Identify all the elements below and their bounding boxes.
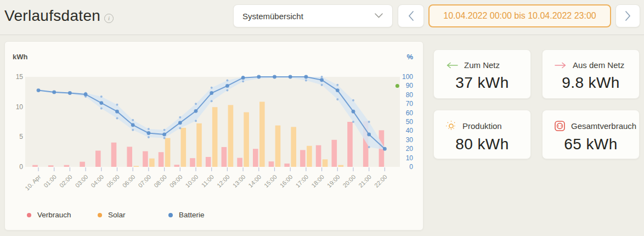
history-chart[interactable]: kWh%051015010203040506070809010010. Apr0… [5,42,424,206]
svg-text:60: 60 [406,109,414,117]
view-selector-dropdown[interactable]: Systemübersicht [233,4,393,27]
svg-text:10:00: 10:00 [184,173,199,189]
svg-text:05:00: 05:00 [105,173,121,189]
svg-text:20: 20 [406,145,414,153]
date-range-label: 10.04.2022 00:00 bis 10.04.2022 23:00 [443,11,596,21]
verbrauch-dot-icon [27,213,31,217]
legend-item-solar[interactable]: Solar [98,211,168,219]
svg-text:0: 0 [409,163,413,171]
solar-dot-icon [98,213,102,217]
card-value: 65 kWh [543,136,639,153]
svg-text:14:00: 14:00 [247,173,262,189]
svg-text:20:00: 20:00 [341,173,357,189]
chevron-left-icon [408,10,415,21]
svg-text:06:00: 06:00 [121,173,137,189]
svg-text:70: 70 [406,100,414,108]
card-label: Produktion [462,121,502,131]
svg-text:08:00: 08:00 [152,173,168,189]
card-value: 80 kWh [434,136,530,153]
card-gesamtverbrauch[interactable]: Gesamtverbrauch 65 kWh [542,110,640,159]
page-title: Verlaufsdaten [4,7,100,25]
svg-text:80: 80 [406,91,414,99]
svg-text:10. Apr: 10. Apr [24,173,42,192]
svg-text:16:00: 16:00 [279,173,294,189]
svg-text:kWh: kWh [13,53,28,61]
svg-text:30: 30 [406,136,414,144]
date-range-button[interactable]: 10.04.2022 00:00 bis 10.04.2022 23:00 [428,4,611,27]
svg-text:5: 5 [19,133,23,141]
svg-text:%: % [406,53,413,61]
view-selector-value: Systemübersicht [242,12,303,21]
svg-text:18:00: 18:00 [310,173,325,189]
chart-legend: Verbrauch Solar Batterie [27,211,239,219]
legend-label: Solar [108,211,126,219]
svg-text:13:00: 13:00 [231,173,247,189]
stat-cards: Zum Netz 37 kWh Aus dem Netz 9.8 kWh Pro… [433,49,640,159]
svg-text:12:00: 12:00 [216,173,231,189]
batterie-dot-icon [168,213,173,217]
svg-text:100: 100 [402,73,413,81]
legend-label: Verbrauch [37,211,71,219]
card-zum-netz[interactable]: Zum Netz 37 kWh [433,49,531,99]
svg-text:0: 0 [19,163,23,171]
card-label: Gesamtverbrauch [571,121,636,131]
card-aus-dem-netz[interactable]: Aus dem Netz 9.8 kWh [542,49,640,99]
card-label: Zum Netz [464,60,500,70]
svg-text:22:00: 22:00 [373,173,388,189]
card-label: Aus dem Netz [573,60,624,70]
history-chart-card: kWh%051015010203040506070809010010. Apr0… [4,41,423,231]
legend-item-verbrauch[interactable]: Verbrauch [27,211,98,219]
svg-text:04:00: 04:00 [89,173,105,189]
svg-text:15:00: 15:00 [263,173,278,189]
sun-icon [446,121,456,131]
legend-label: Batterie [179,211,205,219]
legend-item-batterie[interactable]: Batterie [168,211,239,219]
svg-text:09:00: 09:00 [168,173,184,189]
card-value: 9.8 kWh [543,74,639,92]
svg-text:11:00: 11:00 [200,173,215,188]
svg-text:03:00: 03:00 [74,173,89,189]
svg-text:02:00: 02:00 [58,173,74,189]
svg-text:07:00: 07:00 [137,173,152,189]
arrow-right-icon [555,62,567,69]
svg-text:10: 10 [406,154,414,162]
socket-icon [555,121,565,131]
svg-text:40: 40 [406,127,414,134]
header: Verlaufsdaten i Systemübersicht 10.04.20… [0,0,644,35]
svg-text:17:00: 17:00 [294,173,309,189]
prev-period-button[interactable] [398,4,424,27]
chevron-right-icon [624,10,631,21]
card-produktion[interactable]: Produktion 80 kWh [433,110,531,159]
next-period-button[interactable] [615,4,640,27]
svg-text:01:00: 01:00 [42,173,58,189]
info-icon[interactable]: i [104,14,114,23]
svg-text:15: 15 [16,73,24,81]
chevron-down-icon [374,11,383,21]
svg-text:10: 10 [16,103,24,111]
svg-text:50: 50 [406,118,414,126]
card-value: 37 kWh [434,74,530,92]
svg-text:19:00: 19:00 [326,173,341,189]
svg-text:90: 90 [406,82,414,89]
svg-text:21:00: 21:00 [357,173,372,189]
arrow-left-icon [446,62,458,69]
